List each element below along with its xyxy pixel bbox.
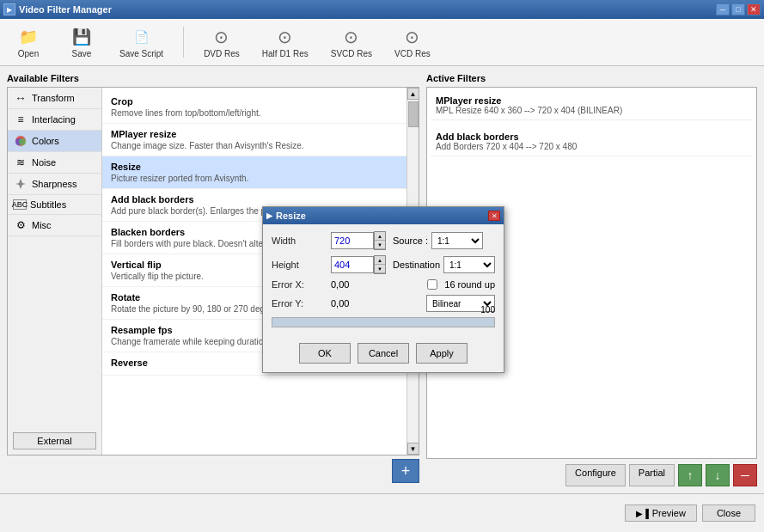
- 16-round-up-label: 16 round up: [444, 279, 495, 290]
- error-x-value: 0,00: [331, 279, 349, 290]
- height-spin-btns[interactable]: ▲ ▼: [374, 255, 386, 274]
- width-down-btn[interactable]: ▼: [375, 241, 385, 249]
- error-y-row: Error Y: 0,00 Bilinear Bicubic Lanczos N…: [272, 295, 495, 312]
- source-select[interactable]: 1:1 4:3 16:9: [431, 232, 483, 249]
- height-down-btn[interactable]: ▼: [375, 265, 385, 273]
- error-y-value: 0,00: [331, 298, 349, 309]
- progress-container: 100: [272, 317, 495, 327]
- height-row: Height ▲ ▼ Destination 1:1 4:3 16:9: [272, 255, 495, 274]
- dialog-close-button[interactable]: ✕: [488, 211, 500, 221]
- dialog-apply-button[interactable]: Apply: [416, 343, 468, 364]
- 16-round-up-checkbox[interactable]: [427, 279, 437, 290]
- progress-bar: [272, 318, 494, 327]
- height-label: Height: [272, 260, 327, 270]
- width-spinner[interactable]: ▲ ▼: [331, 231, 386, 250]
- error-y-label: Error Y:: [272, 298, 327, 309]
- dialog-title: ▶ Resize: [266, 211, 306, 221]
- error-x-row: Error X: 0,00 16 round up: [272, 279, 495, 290]
- height-up-btn[interactable]: ▲: [375, 256, 385, 265]
- dialog-app-icon: ▶: [266, 211, 272, 220]
- error-x-label: Error X:: [272, 279, 327, 290]
- dialog-footer: OK Cancel Apply: [263, 338, 504, 372]
- dialog-title-bar: ▶ Resize ✕: [263, 207, 504, 224]
- width-spin-btns[interactable]: ▲ ▼: [374, 231, 386, 250]
- height-spinner[interactable]: ▲ ▼: [331, 255, 386, 274]
- dialog-cancel-button[interactable]: Cancel: [358, 343, 409, 364]
- width-input[interactable]: [331, 232, 374, 249]
- progress-bar-container: [272, 317, 495, 327]
- destination-label: Destination: [393, 260, 440, 270]
- width-label: Width: [272, 235, 327, 246]
- source-label: Source :: [393, 235, 428, 246]
- dialog-body: Width ▲ ▼ Source : 1:1 4:3 16:9 Height: [263, 224, 504, 338]
- width-row: Width ▲ ▼ Source : 1:1 4:3 16:9: [272, 231, 495, 250]
- dest-select[interactable]: 1:1 4:3 16:9: [443, 256, 495, 273]
- height-input[interactable]: [331, 256, 374, 273]
- resize-dialog: ▶ Resize ✕ Width ▲ ▼ Source : 1:1: [262, 206, 504, 373]
- progress-label: 100: [480, 305, 495, 315]
- width-up-btn[interactable]: ▲: [375, 232, 385, 241]
- dialog-ok-button[interactable]: OK: [299, 343, 351, 364]
- dialog-overlay: ▶ Resize ✕ Width ▲ ▼ Source : 1:1: [0, 0, 764, 532]
